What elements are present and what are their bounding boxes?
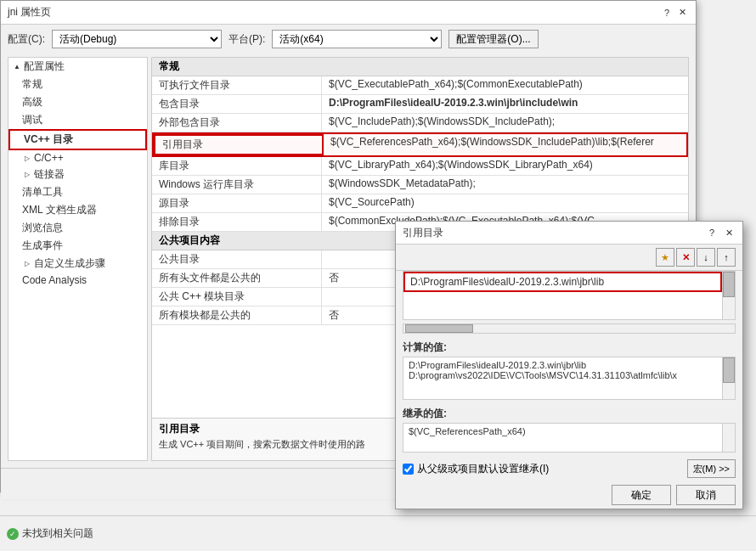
expand-icon: ▲ [12, 62, 22, 72]
question-button[interactable]: ? [660, 6, 674, 20]
tree-item-xml-gen[interactable]: XML 文档生成器 [8, 201, 147, 219]
config-dropdown[interactable]: 活动(Debug) [52, 30, 222, 48]
config-manager-button[interactable]: 配置管理器(O)... [449, 30, 538, 48]
hscrollbar-thumb [405, 324, 473, 333]
dialog-toolbar: 配置(C): 活动(Debug) 平台(P): 活动(x64) 配置管理器(O)… [1, 25, 696, 53]
main-dialog-title: jni 属性页 [8, 5, 51, 20]
close-button[interactable]: ✕ [675, 6, 689, 20]
inherit-values-content: $(VC_ReferencesPath_x64) [403, 424, 722, 452]
code-analysis-label: Code Analysis [22, 274, 87, 286]
tree-item-config-properties[interactable]: ▲ 配置属性 [8, 58, 147, 76]
config-label: 配置(C): [8, 32, 45, 47]
inherit-values-label: 继承的值: [396, 403, 742, 423]
status-text: 未找到相关问题 [22, 526, 93, 541]
prop-name-public-dir: 公共目录 [152, 250, 322, 268]
inherit-values-area: $(VC_ReferencesPath_x64) [403, 423, 736, 453]
prop-value-external-include: $(VC_IncludePath);$(WindowsSDK_IncludePa… [322, 114, 688, 132]
macro-button[interactable]: 宏(M) >> [687, 459, 736, 478]
sub-list-hscrollbar[interactable] [403, 323, 736, 334]
section-general: 常规 [152, 58, 688, 76]
tree-item-custom-build[interactable]: ▷ 自定义生成步骤 [8, 255, 147, 273]
sub-ok-button[interactable]: 确定 [612, 485, 671, 505]
inherit-checkbox-label: 从父级或项目默认设置继承(I) [417, 462, 549, 476]
calc-value-2: D:\program\vs2022\IDE\VC\Tools\MSVC\14.3… [409, 370, 717, 380]
prop-row-include: 包含目录 D:\ProgramFiles\idealU-2019.2.3.win… [152, 95, 688, 114]
prop-name-reference: 引用目录 [154, 134, 324, 155]
taskbar: ✓ 未找到相关问题 [0, 515, 756, 551]
prop-row-source: 源目录 $(VC_SourcePath) [152, 194, 688, 213]
calc-value-1: D:\ProgramFiles\idealU-2019.2.3.win\jbr\… [409, 360, 717, 370]
add-entry-button[interactable]: ★ [656, 248, 674, 267]
title-bar-controls: ? ✕ [660, 6, 689, 20]
delete-entry-button[interactable]: ✕ [676, 248, 695, 267]
main-title-bar: jni 属性页 ? ✕ [1, 1, 696, 25]
tree-item-linker[interactable]: ▷ 链接器 [8, 166, 147, 183]
sub-dialog-list[interactable]: D:\ProgramFiles\idealU-2019.2.3.win\jbr\… [403, 272, 722, 319]
tree-item-general[interactable]: 常规 [8, 76, 147, 93]
prop-name-all-modules-public: 所有模块都是公共的 [152, 306, 322, 324]
prop-name-executable: 可执行文件目录 [152, 76, 322, 94]
prop-value-include: D:\ProgramFiles\idealU-2019.2.3.win\jbr\… [322, 95, 688, 113]
move-down-button[interactable]: ↓ [697, 248, 715, 267]
prop-row-reference[interactable]: 引用目录 $(VC_ReferencesPath_x64);$(WindowsS… [152, 132, 688, 157]
calc-values-vscrollbar[interactable] [722, 357, 735, 399]
platform-dropdown[interactable]: 活动(x64) [272, 30, 442, 48]
tree-item-advanced[interactable]: 高级 [8, 93, 147, 111]
inherit-value-1: $(VC_ReferencesPath_x64) [409, 426, 717, 436]
sub-dialog-question-btn[interactable]: ? [705, 226, 719, 239]
expand-icon-custom: ▷ [22, 259, 32, 269]
calc-values-content: D:\ProgramFiles\idealU-2019.2.3.win\jbr\… [403, 357, 722, 399]
prop-name-external-include: 外部包含目录 [152, 114, 322, 132]
sub-dialog-title-bar: 引用目录 ? ✕ [396, 222, 742, 245]
sub-dialog-toolbar: ★ ✕ ↓ ↑ [396, 245, 742, 271]
prop-row-executable: 可执行文件目录 $(VC_ExecutablePath_x64);$(Commo… [152, 76, 688, 95]
sub-dialog-title-controls: ? ✕ [705, 226, 736, 239]
prop-name-include: 包含目录 [152, 95, 322, 113]
prop-name-library: 库目录 [152, 157, 322, 175]
sub-list-vscrollbar[interactable] [722, 272, 735, 319]
prop-row-external-include: 外部包含目录 $(VC_IncludePath);$(WindowsSDK_In… [152, 114, 688, 132]
calc-values-area: D:\ProgramFiles\idealU-2019.2.3.win\jbr\… [403, 357, 736, 400]
inherit-checkbox[interactable] [403, 464, 414, 475]
prop-value-winrt: $(WindowsSDK_MetadataPath); [322, 176, 688, 194]
status-item: ✓ 未找到相关问题 [7, 526, 93, 541]
tree-item-manifest[interactable]: 清单工具 [8, 183, 147, 201]
left-panel-tree: ▲ 配置属性 常规 高级 调试 VC++ 目录 ▷ C/C++ ▷ 链接器 [8, 57, 148, 461]
tree-item-vc-directories[interactable]: VC++ 目录 [8, 129, 147, 150]
platform-label: 平台(P): [228, 32, 265, 47]
prop-value-executable: $(VC_ExecutablePath_x64);$(CommonExecuta… [322, 76, 688, 94]
tree-item-build-events[interactable]: 生成事件 [8, 237, 147, 255]
expand-icon-cpp: ▷ [22, 153, 32, 163]
prop-value-source: $(VC_SourcePath) [322, 194, 688, 212]
prop-name-all-headers-public: 所有头文件都是公共的 [152, 269, 322, 287]
sub-dialog-reference: 引用目录 ? ✕ ★ ✕ ↓ ↑ D:\ProgramFiles\idealU-… [395, 221, 743, 509]
sub-dialog-list-area: D:\ProgramFiles\idealU-2019.2.3.win\jbr\… [403, 271, 736, 320]
list-item-path[interactable]: D:\ProgramFiles\idealU-2019.2.3.win\jbr\… [403, 272, 722, 292]
sub-dialog-footer: 确定 取消 [396, 481, 742, 509]
sub-cancel-button[interactable]: 取消 [676, 485, 736, 505]
prop-value-reference: $(VC_ReferencesPath_x64);$(WindowsSDK_In… [324, 134, 686, 155]
move-up-button[interactable]: ↑ [717, 248, 736, 267]
sub-dialog-close-btn[interactable]: ✕ [722, 226, 736, 239]
prop-value-library: $(VC_LibraryPath_x64);$(WindowsSDK_Libra… [322, 157, 688, 175]
tree-item-code-analysis[interactable]: Code Analysis [8, 273, 147, 288]
tree-item-debug[interactable]: 调试 [8, 111, 147, 129]
prop-row-winrt: Windows 运行库目录 $(WindowsSDK_MetadataPath)… [152, 176, 688, 194]
sub-dialog-title-text: 引用目录 [403, 226, 443, 240]
prop-name-winrt: Windows 运行库目录 [152, 176, 322, 194]
prop-name-exclude: 排除目录 [152, 213, 322, 231]
checkbox-row: 从父级或项目默认设置继承(I) 宏(M) >> [396, 456, 742, 481]
prop-row-library: 库目录 $(VC_LibraryPath_x64);$(WindowsSDK_L… [152, 157, 688, 176]
prop-name-source: 源目录 [152, 194, 322, 212]
calc-values-label: 计算的值: [396, 337, 742, 357]
inherit-vscrollbar[interactable] [722, 424, 735, 452]
tree-item-cpp[interactable]: ▷ C/C++ [8, 150, 147, 166]
expand-icon-linker: ▷ [22, 170, 32, 180]
prop-name-public-cpp-module: 公共 C++ 模块目录 [152, 288, 322, 306]
tree-item-browse[interactable]: 浏览信息 [8, 219, 147, 237]
status-icon: ✓ [7, 528, 19, 540]
